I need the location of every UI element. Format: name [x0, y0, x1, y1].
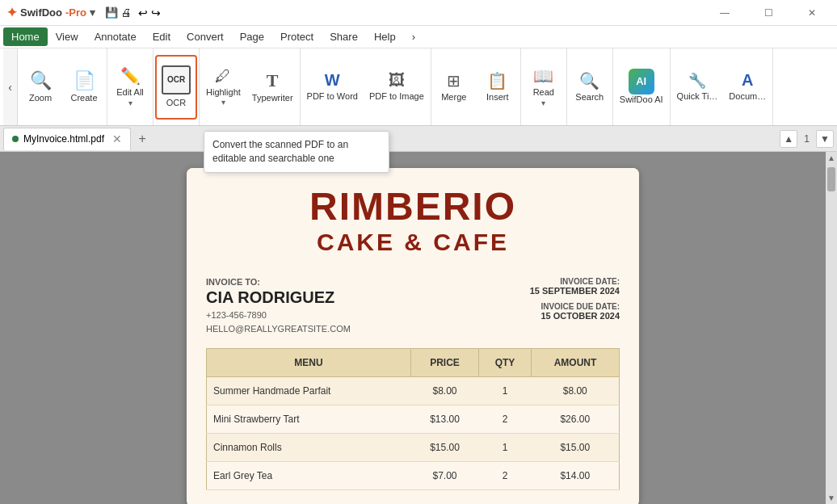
col-price: PRICE: [411, 349, 479, 377]
close-button[interactable]: ✕: [793, 0, 831, 26]
menu-convert[interactable]: Convert: [179, 27, 232, 46]
typewriter-button[interactable]: T Typewriter: [247, 55, 298, 120]
ribbon-group-ai: AI SwifDoo AI: [613, 48, 671, 125]
search-button[interactable]: 🔍 Search: [569, 55, 611, 120]
swifDoo-ai-button[interactable]: AI SwifDoo AI: [615, 55, 668, 120]
sidebar-toggle[interactable]: ‹: [3, 48, 18, 125]
invoice-date-label: INVOICE DATE:: [530, 277, 620, 286]
ribbon-group-quick: 🔧 Quick Ti… A Docum…: [671, 48, 774, 125]
document-tab[interactable]: MyInvoice.html.pdf ✕: [3, 128, 131, 150]
ocr-button[interactable]: OCR OCR: [155, 55, 197, 120]
table-row: Summer Handmade Parfait$8.001$8.00: [207, 377, 620, 405]
pdf-to-word-icon: W: [325, 71, 340, 90]
page-nav-down[interactable]: ▼: [816, 130, 834, 148]
cell-amount: $15.00: [532, 434, 620, 462]
right-scrollbar[interactable]: ▲ ▼: [826, 152, 837, 504]
cell-menu: Cinnamon Rolls: [207, 434, 411, 462]
scroll-up[interactable]: ▲: [826, 152, 837, 164]
col-qty: QTY: [478, 349, 531, 377]
menu-more[interactable]: ›: [404, 27, 423, 46]
invoice-email: HELLO@REALLYGREATSITE.COM: [206, 322, 530, 336]
quick-tools-button[interactable]: 🔧 Quick Ti…: [672, 55, 723, 120]
menu-annotate[interactable]: Annotate: [86, 27, 145, 46]
redo-icon[interactable]: ↪: [151, 6, 161, 19]
tab-add-button[interactable]: +: [132, 129, 152, 149]
tab-bar: MyInvoice.html.pdf ✕ + ▲ 1 ▼: [0, 126, 837, 152]
undo-icon[interactable]: ↩: [138, 6, 148, 19]
edit-all-icon: ✏️: [120, 66, 141, 86]
document-button[interactable]: A Docum…: [724, 55, 771, 120]
menu-view[interactable]: View: [48, 27, 86, 46]
pdf-to-word-button[interactable]: W PDF to Word: [302, 55, 363, 120]
typewriter-icon: T: [267, 70, 279, 91]
cell-amount: $8.00: [532, 377, 620, 405]
document-label: Docum…: [729, 91, 766, 102]
edit-all-button[interactable]: ✏️ Edit All ▾: [109, 55, 151, 120]
page-nav-up[interactable]: ▲: [780, 130, 797, 148]
insert-button[interactable]: 📋 Insert: [477, 55, 519, 120]
cell-price: $15.00: [411, 434, 479, 462]
scroll-track[interactable]: [826, 164, 837, 492]
save-icon[interactable]: 💾: [105, 6, 118, 19]
cell-amount: $14.00: [532, 462, 620, 490]
menu-page[interactable]: Page: [232, 27, 272, 46]
menu-help[interactable]: Help: [366, 27, 404, 46]
title-bar: ✦ SwifDoo-Pro ▾ 💾 🖨 ↩ ↪ — ☐ ✕: [0, 0, 837, 26]
edit-all-sub: ▾: [128, 99, 132, 107]
scroll-down[interactable]: ▼: [826, 492, 837, 504]
merge-button[interactable]: ⊞ Merge: [433, 55, 475, 120]
scroll-thumb[interactable]: [827, 167, 835, 191]
ribbon-group-search: 🔍 Search: [567, 48, 613, 125]
invoice-phone: +123-456-7890: [206, 309, 530, 322]
typewriter-label: Typewriter: [252, 93, 293, 103]
maximize-button[interactable]: ☐: [750, 0, 787, 26]
ai-icon: AI: [629, 69, 654, 94]
ribbon-group-convert: W PDF to Word 🖼 PDF to Image: [301, 48, 431, 125]
minimize-button[interactable]: —: [706, 0, 743, 26]
read-button[interactable]: 📖 Read ▾: [523, 55, 565, 120]
ribbon-group-read: 📖 Read ▾: [521, 48, 567, 125]
tab-dot: [12, 136, 19, 142]
invoice-due-label: INVOICE DUE DATE:: [530, 302, 620, 311]
invoice-client-name: CIA RODRIGUEZ: [206, 288, 530, 307]
quick-tools-icon: 🔧: [688, 72, 706, 90]
highlight-button[interactable]: 🖊 Highlight ▾: [201, 55, 246, 120]
pdf-to-image-button[interactable]: 🖼 PDF to Image: [364, 55, 429, 120]
ocr-icon-box: OCR: [162, 65, 191, 94]
menu-edit[interactable]: Edit: [145, 27, 179, 46]
page-nav: ▲ 1 ▼: [780, 130, 834, 148]
zoom-label: Zoom: [29, 93, 52, 103]
ribbon: ‹ 🔍 Zoom 📄 Create ✏️ Edit All ▾ OCR OCR: [0, 48, 837, 126]
create-label: Create: [70, 93, 97, 103]
tab-close-button[interactable]: ✕: [112, 132, 122, 145]
insert-label: Insert: [486, 92, 509, 103]
cell-menu: Mini Strawberry Tart: [207, 405, 411, 434]
invoice-dates: INVOICE DATE: 15 SEPTEMBER 2024 INVOICE …: [530, 277, 620, 335]
zoom-button[interactable]: 🔍 Zoom: [19, 55, 61, 120]
highlight-label: Highlight: [206, 87, 241, 98]
invoice-to: INVOICE TO: CIA RODRIGUEZ +123-456-7890 …: [206, 277, 530, 335]
table-row: Earl Grey Tea$7.002$14.00: [207, 462, 620, 490]
edit-all-label: Edit All: [116, 87, 144, 98]
insert-icon: 📋: [487, 71, 507, 90]
cell-qty: 2: [478, 462, 531, 490]
menu-protect[interactable]: Protect: [272, 27, 322, 46]
ribbon-group-edit: ✏️ Edit All ▾: [107, 48, 154, 125]
app-logo: ✦ SwifDoo-Pro ▾: [6, 5, 95, 20]
menu-home[interactable]: Home: [3, 27, 48, 46]
main-content: RIMBERIO CAKE & CAFE INVOICE TO: CIA ROD…: [0, 152, 837, 504]
create-button[interactable]: 📄 Create: [63, 55, 105, 120]
cell-price: $8.00: [411, 377, 479, 405]
read-label: Read: [533, 87, 554, 98]
document-area[interactable]: RIMBERIO CAKE & CAFE INVOICE TO: CIA ROD…: [0, 152, 826, 504]
page-number: 1: [801, 133, 813, 145]
app-dropdown-arrow[interactable]: ▾: [90, 6, 95, 19]
table-row: Cinnamon Rolls$15.001$15.00: [207, 434, 620, 462]
print-icon[interactable]: 🖨: [121, 6, 132, 19]
document-icon: A: [742, 71, 753, 90]
cell-price: $7.00: [411, 462, 479, 490]
menu-share[interactable]: Share: [322, 27, 366, 46]
zoom-icon: 🔍: [30, 70, 52, 91]
pdf-to-image-label: PDF to Image: [369, 91, 424, 102]
ribbon-group-highlight-typewriter: 🖊 Highlight ▾ T Typewriter: [200, 48, 301, 125]
